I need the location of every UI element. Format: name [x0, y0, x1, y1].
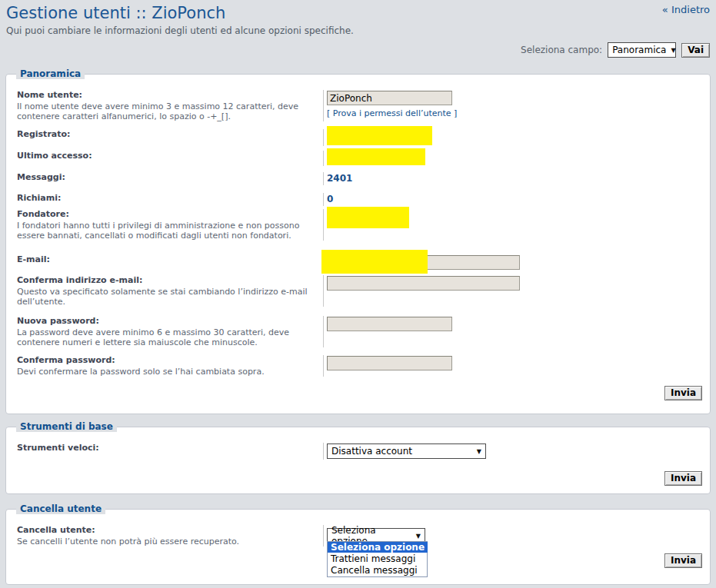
field-select[interactable]: Panoramica ▼ — [608, 42, 676, 58]
conferma-email-label: Conferma indirizzo e-mail: — [17, 275, 323, 286]
conferma-password-explain: Devi confermare la password solo se l’ha… — [17, 367, 323, 377]
quick-tools-select[interactable]: Disattiva account ▼ — [327, 443, 486, 459]
row-registrato: Registrato: — [11, 129, 702, 146]
panel-cancella-utente: Cancella utente Cancella utente: Se canc… — [5, 509, 711, 585]
nome-utente-label: Nome utente: — [17, 90, 323, 101]
page-header: Gestione utenti :: ZioPonch Qui puoi cam… — [0, 0, 716, 74]
registrato-redaction — [327, 126, 432, 145]
row-richiami: Richiami: 0 — [11, 193, 702, 206]
confirm-password-input[interactable] — [327, 356, 452, 370]
field-select-value: Panoramica — [612, 45, 666, 55]
fondatore-redaction — [327, 207, 409, 228]
panel-panoramica-legend: Panoramica — [16, 68, 85, 79]
back-link[interactable]: « Indietro — [662, 4, 710, 15]
field-select-label: Seleziona campo: — [521, 45, 602, 55]
row-nome-utente: Nome utente: Il nome utente deve avere m… — [11, 90, 702, 121]
row-conferma-password: Conferma password: Devi confermare la pa… — [11, 355, 702, 377]
row-cancella-utente: Cancella utente: Se cancelli l’utente no… — [11, 525, 702, 546]
conferma-email-explain: Questo va specificato solamente se stai … — [17, 287, 323, 307]
row-fondatore: Fondatore: I fondatori hanno tutti i pri… — [11, 209, 702, 241]
panel-panoramica: Panoramica Nome utente: Il nome utente d… — [5, 74, 711, 414]
richiami-label: Richiami: — [17, 193, 323, 204]
field-jump-bar: Seleziona campo: Panoramica ▼ Vai — [521, 42, 710, 58]
fondatore-label: Fondatore: — [17, 209, 323, 220]
cancella-utente-explain: Se cancelli l’utente non potrà più esser… — [17, 537, 323, 546]
ultimo-accesso-redaction — [327, 148, 425, 165]
nuova-password-explain: La password deve avere minimo 6 e massim… — [17, 327, 323, 347]
delete-submit-button[interactable]: Invia — [664, 553, 702, 568]
row-ultimo-accesso: Ultimo accesso: — [11, 151, 702, 166]
panel-cancella-legend: Cancella utente — [16, 503, 105, 514]
caret-down-icon: ▼ — [477, 448, 481, 455]
page-subtitle: Qui puoi cambiare le informazioni degli … — [6, 25, 354, 36]
username-input[interactable] — [327, 91, 452, 105]
messaggi-label: Messaggi: — [17, 172, 323, 183]
quick-tools-select-value: Disattiva account — [331, 446, 412, 457]
ultimo-accesso-label: Ultimo accesso: — [17, 151, 323, 161]
caret-down-icon: ▼ — [416, 533, 421, 540]
tools-submit-button[interactable]: Invia — [664, 471, 702, 486]
conferma-password-label: Conferma password: — [17, 355, 323, 366]
panel-strumenti-di-base: Strumenti di base Strumenti veloci: Disa… — [5, 427, 711, 494]
row-email: E-mail: — [11, 254, 702, 271]
nome-utente-explain: Il nome utente deve avere minimo 3 e mas… — [17, 101, 323, 121]
go-button[interactable]: Vai — [681, 43, 710, 58]
panel-strumenti-legend: Strumenti di base — [16, 421, 117, 432]
row-conferma-email: Conferma indirizzo e-mail: Questo va spe… — [11, 275, 702, 307]
richiami-value: 0 — [327, 194, 702, 205]
messaggi-value: 2401 — [327, 173, 702, 184]
page-title: Gestione utenti :: ZioPonch — [6, 4, 225, 22]
email-redaction — [321, 250, 428, 274]
row-strumenti-veloci: Strumenti veloci: Disattiva account ▼ — [11, 443, 702, 460]
row-messaggi: Messaggi: 2401 — [11, 172, 702, 185]
nuova-password-label: Nuova password: — [17, 316, 323, 327]
strumenti-veloci-label: Strumenti veloci: — [17, 443, 323, 453]
confirm-email-input[interactable] — [327, 276, 520, 291]
caret-down-icon: ▼ — [671, 47, 675, 54]
email-label: E-mail: — [17, 254, 323, 265]
overview-submit-button[interactable]: Invia — [664, 386, 702, 400]
option-trattieni-messaggi[interactable]: Trattieni messaggi — [328, 553, 418, 564]
row-nuova-password: Nuova password: La password deve avere m… — [11, 316, 702, 347]
option-seleziona-opzione[interactable]: Seleziona opzione — [328, 542, 428, 553]
registrato-label: Registrato: — [17, 129, 323, 140]
fondatore-explain: I fondatori hanno tutti i privilegi di a… — [17, 221, 323, 241]
delete-user-options-list: Seleziona opzione Trattieni messaggi Can… — [327, 541, 428, 577]
test-permissions-link[interactable]: [ Prova i permessi dell’utente ] — [327, 108, 457, 118]
new-password-input[interactable] — [327, 317, 452, 331]
option-cancella-messaggi[interactable]: Cancella messaggi — [328, 565, 421, 576]
cancella-utente-label: Cancella utente: — [17, 525, 323, 536]
